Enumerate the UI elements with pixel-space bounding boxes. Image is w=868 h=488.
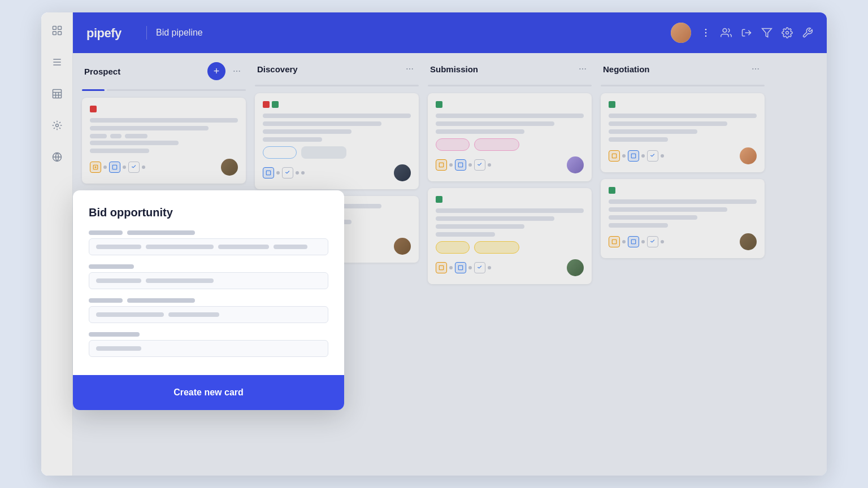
modal-title: Bid opportunity bbox=[89, 206, 328, 219]
form-label-part-1a bbox=[89, 230, 123, 235]
form-input-4[interactable] bbox=[89, 340, 328, 357]
modal-footer: Create new card bbox=[73, 375, 344, 410]
create-card-modal: Bid opportunity bbox=[73, 190, 344, 410]
form-label-row-2 bbox=[89, 264, 328, 269]
form-label-part-1b bbox=[127, 230, 195, 235]
form-label-part-2a bbox=[89, 264, 134, 269]
form-label-part-4a bbox=[89, 332, 140, 337]
app-window: pipefy Bid pipeline bbox=[41, 12, 827, 476]
placeholder-4a bbox=[96, 346, 141, 351]
placeholder-2a bbox=[96, 278, 141, 283]
form-label-part-3b bbox=[127, 298, 195, 303]
form-label-part-3a bbox=[89, 298, 123, 303]
form-label-row-4 bbox=[89, 332, 328, 337]
placeholder-1a bbox=[96, 245, 141, 249]
form-group-1 bbox=[89, 230, 328, 255]
placeholder-1c bbox=[218, 245, 269, 249]
form-input-1[interactable] bbox=[89, 238, 328, 255]
modal-body: Bid opportunity bbox=[73, 190, 344, 375]
form-input-3[interactable] bbox=[89, 306, 328, 323]
form-label-row-3 bbox=[89, 298, 328, 303]
form-input-2[interactable] bbox=[89, 272, 328, 289]
placeholder-3a bbox=[96, 312, 164, 317]
create-new-card-button[interactable]: Create new card bbox=[73, 375, 344, 410]
placeholder-3b bbox=[168, 312, 219, 317]
form-group-3 bbox=[89, 298, 328, 323]
placeholder-1b bbox=[146, 245, 214, 249]
placeholder-2b bbox=[146, 278, 214, 283]
form-group-2 bbox=[89, 264, 328, 289]
form-label-row-1 bbox=[89, 230, 328, 235]
form-group-4 bbox=[89, 332, 328, 357]
placeholder-1d bbox=[274, 245, 307, 249]
